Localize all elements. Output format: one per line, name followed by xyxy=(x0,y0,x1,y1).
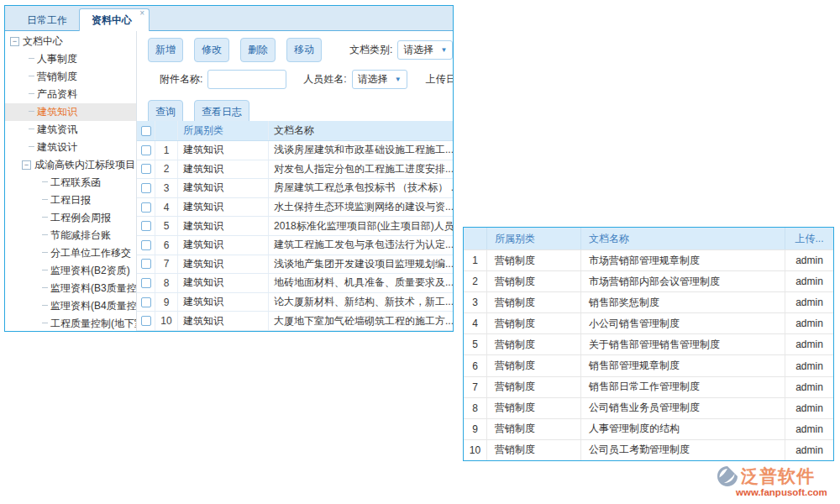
row-checkbox[interactable] xyxy=(141,183,151,193)
row-category: 建筑知识 xyxy=(178,198,269,217)
row-category: 建筑知识 xyxy=(178,179,269,197)
row-uploader: admin xyxy=(785,292,833,312)
close-icon[interactable]: × xyxy=(139,9,144,18)
row-index: 6 xyxy=(464,355,487,375)
brand-url[interactable]: www.fanpusoft.com xyxy=(736,487,834,497)
tree-branch-line xyxy=(42,323,48,323)
collapse-icon[interactable]: − xyxy=(22,160,31,170)
row-checkbox[interactable] xyxy=(141,297,151,307)
row-index: 8 xyxy=(155,274,178,292)
tree-item[interactable]: 工程质量控制(地下室) xyxy=(5,315,136,331)
tree-item[interactable]: 节能减排台账 xyxy=(5,227,136,244)
row-uploader: admin xyxy=(785,398,833,418)
tree-branch-line xyxy=(42,287,48,288)
row-index: 9 xyxy=(464,419,487,439)
tree-item[interactable]: 监理资料(B4质量控制) xyxy=(5,297,136,315)
row-checkbox[interactable] xyxy=(141,316,151,326)
table-row[interactable]: 6建筑知识建筑工程施工发包与承包违法行为认定... xyxy=(137,236,453,255)
row-checkbox[interactable] xyxy=(141,278,151,288)
row-checkbox[interactable] xyxy=(141,164,151,174)
header-category: 所属别类 xyxy=(178,121,269,140)
tree-item-label: 工程质量控制(地下室) xyxy=(50,318,136,329)
tree-branch-line xyxy=(29,58,34,59)
fanpu-logo-icon xyxy=(717,465,738,487)
person-name-select[interactable]: 请选择 ▼ xyxy=(352,70,407,89)
tree-item[interactable]: 工程联系函 xyxy=(5,174,136,192)
select-all-checkbox[interactable] xyxy=(141,126,151,136)
tree-item-label: 工程日报 xyxy=(50,194,91,206)
table-row[interactable]: 3营销制度销售部奖惩制度admin xyxy=(464,291,833,312)
tree-item[interactable]: 建筑资讯 xyxy=(5,121,136,139)
table-row[interactable]: 9营销制度人事管理制度的结构admin xyxy=(464,418,833,439)
row-checkbox[interactable] xyxy=(141,202,151,213)
main-content: 新增修改删除移动 文档类别: 请选择 ▼ 文档 附件名称: 人员姓名: 请选择 … xyxy=(137,31,453,331)
row-category: 营销制度 xyxy=(487,334,581,354)
row-checkbox-cell xyxy=(137,198,155,217)
row-checkbox[interactable] xyxy=(141,240,151,250)
tree-item[interactable]: 建筑设计 xyxy=(5,139,136,156)
tree-branch-line xyxy=(42,252,48,253)
row-checkbox[interactable] xyxy=(141,259,151,269)
tab-daily-work[interactable]: 日常工作 xyxy=(15,10,79,30)
table-row[interactable]: 1建筑知识浅谈房屋建筑和市政基础设施工程施工... xyxy=(137,141,453,160)
tab-bar: 日常工作资料中心× xyxy=(5,6,453,31)
table-row[interactable]: 3建筑知识房屋建筑工程总承包投标书 （技术标） ... xyxy=(137,179,453,198)
row-doc-name: 2018标准化监理项目部(业主项目部)人员... xyxy=(269,217,453,235)
modify-button[interactable]: 修改 xyxy=(194,38,229,62)
tree-item[interactable]: 监理资料(B2资质) xyxy=(5,262,136,280)
tree-item[interactable]: 工程日报 xyxy=(5,192,136,209)
tree-item[interactable]: 建筑知识 xyxy=(5,103,136,121)
attachment-name-input[interactable] xyxy=(207,70,286,89)
row-checkbox-cell xyxy=(137,293,155,312)
tree-item[interactable]: 产品资料 xyxy=(5,86,136,103)
row-index: 6 xyxy=(155,236,178,255)
row-doc-name: 市场营销部管理规章制度 xyxy=(581,250,785,270)
row-index: 3 xyxy=(155,179,178,197)
tree-branch-line xyxy=(29,76,34,76)
row-category: 建筑知识 xyxy=(178,255,269,274)
tree-item[interactable]: 人事制度 xyxy=(5,50,136,68)
tree-item[interactable]: 工程例会周报 xyxy=(5,209,136,227)
tree-item-label: 建筑设计 xyxy=(37,141,77,153)
tree-item[interactable]: −成渝高铁内江标段项目 xyxy=(5,156,136,174)
table-row[interactable]: 4营销制度小公司销售管理制度admin xyxy=(464,312,833,333)
move-button[interactable]: 移动 xyxy=(286,38,322,62)
table-row[interactable]: 7建筑知识浅谈地产集团开发建设项目监理规划编... xyxy=(137,255,453,275)
add-button[interactable]: 新增 xyxy=(148,38,183,62)
table-row[interactable]: 4建筑知识水土保持生态环境监测网络的建设与资... xyxy=(137,198,453,218)
table-row[interactable]: 10建筑知识大厦地下室加气砼墙砌筑工程的施工方... xyxy=(137,312,453,331)
row-index: 7 xyxy=(155,255,178,274)
collapse-icon[interactable]: − xyxy=(10,37,19,46)
row-checkbox[interactable] xyxy=(141,221,151,231)
row-category: 建筑知识 xyxy=(178,160,269,179)
chevron-down-icon: ▼ xyxy=(395,76,402,83)
row-uploader: admin xyxy=(785,250,833,270)
table-row[interactable]: 2建筑知识对发包人指定分包的工程施工进度安排... xyxy=(137,160,453,180)
table-row[interactable]: 7营销制度销售部日常工作管理制度admin xyxy=(464,376,833,397)
tree-item[interactable]: −文档中心 xyxy=(5,33,136,50)
table-row[interactable]: 1营销制度市场营销部管理规章制度admin xyxy=(464,249,833,270)
table-row[interactable]: 8建筑知识地砖地面材料、机具准备、质量要求及... xyxy=(137,274,453,293)
doc-category-select[interactable]: 请选择 ▼ xyxy=(397,40,453,60)
tree-item[interactable]: 分工单位工作移交 xyxy=(5,244,136,262)
table-row[interactable]: 8营销制度公司销售业务员管理制度admin xyxy=(464,397,833,418)
table-row[interactable]: 5建筑知识2018标准化监理项目部(业主项目部)人员... xyxy=(137,217,453,236)
tree-item[interactable]: 监理资料(B3质量控制) xyxy=(5,280,136,297)
row-doc-name: 大厦地下室加气砼墙砌筑工程的施工方... xyxy=(269,312,453,330)
row-category: 营销制度 xyxy=(487,398,581,418)
delete-button[interactable]: 删除 xyxy=(240,38,276,62)
table-row[interactable]: 10营销制度公司员工考勤管理制度admin xyxy=(464,439,833,460)
table-row[interactable]: 2营销制度市场营销部内部会议管理制度admin xyxy=(464,270,833,291)
document-table-header: 所属别类 文档名称 xyxy=(137,121,453,141)
table-row[interactable]: 9建筑知识论大厦新材料、新结构、新技术，新工... xyxy=(137,293,453,312)
row-category: 建筑知识 xyxy=(178,274,269,292)
row-doc-name: 地砖地面材料、机具准备、质量要求及... xyxy=(269,274,453,292)
row-checkbox[interactable] xyxy=(141,145,151,155)
tree-item[interactable]: 营销制度 xyxy=(5,68,136,86)
table-row[interactable]: 6营销制度销售部管理规章制度admin xyxy=(464,354,833,375)
tab-data-center[interactable]: 资料中心× xyxy=(79,8,150,31)
table-row[interactable]: 5营销制度关于销售部管理销售管理制度admin xyxy=(464,333,833,354)
upload-date-label-clipped: 上传日期 xyxy=(426,72,453,87)
tree-item-label: 分工单位工作移交 xyxy=(50,247,131,259)
row-index: 2 xyxy=(464,271,487,291)
